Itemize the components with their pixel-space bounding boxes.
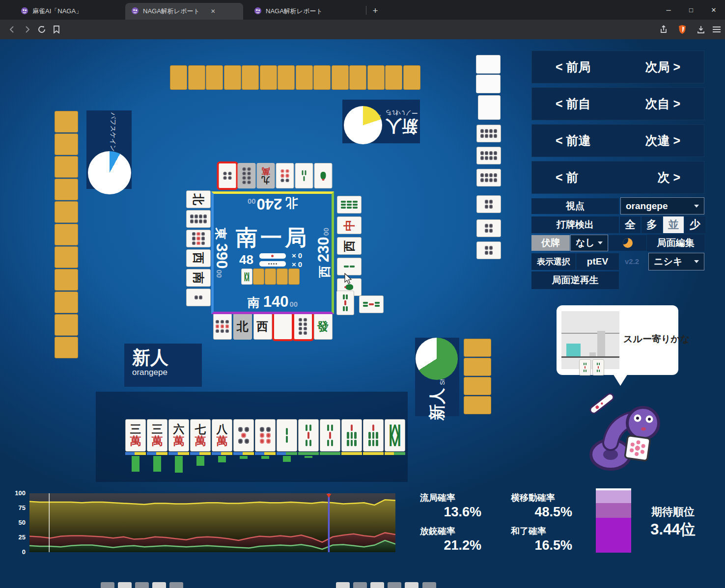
detect-option[interactable]: 少 bbox=[685, 216, 705, 233]
mahjong-tile-m3[interactable]: 三萬 bbox=[147, 419, 167, 452]
mahjong-tile-m8[interactable]: 八萬 bbox=[212, 419, 232, 452]
hidden-tiles-value: なし bbox=[576, 237, 595, 249]
mahjong-tile-m3[interactable]: 三萬 bbox=[125, 419, 146, 452]
mahjong-tile-b bbox=[464, 339, 491, 357]
mahjong-tile-m7[interactable]: 七萬 bbox=[190, 419, 211, 452]
nav-next-button[interactable]: 次違 > bbox=[645, 133, 680, 149]
forward-icon[interactable] bbox=[20, 22, 34, 37]
tile-eval-strip bbox=[277, 452, 297, 455]
maximize-button[interactable]: □ bbox=[680, 0, 702, 20]
bookmark-icon[interactable] bbox=[49, 22, 64, 37]
nav-prev-button[interactable]: < 前局 bbox=[556, 59, 591, 75]
detect-option[interactable]: 全 bbox=[620, 216, 641, 233]
hidden-tiles-select[interactable]: なし bbox=[570, 235, 608, 251]
probability-chart[interactable] bbox=[29, 493, 395, 552]
discard-eval-bar bbox=[305, 456, 312, 458]
mahjong-tile-b bbox=[55, 337, 78, 358]
mahjong-tile-s9 bbox=[337, 196, 362, 214]
mahjong-tile-p4 bbox=[476, 241, 501, 259]
reload-icon[interactable] bbox=[34, 22, 49, 37]
mahjong-tile-b bbox=[332, 65, 349, 90]
mahjong-tile-b bbox=[464, 358, 491, 376]
discard-cell bbox=[476, 167, 502, 188]
mahjong-tile-p8 bbox=[294, 313, 312, 340]
mahjong-tile-p8 bbox=[476, 125, 501, 142]
mini-chart-bar bbox=[566, 344, 581, 356]
nav-next-button[interactable]: 次 > bbox=[657, 169, 680, 186]
model-select[interactable]: ニシキ bbox=[648, 253, 704, 270]
mahjong-tile-s2[interactable] bbox=[277, 419, 297, 452]
tile-eval-strip bbox=[385, 452, 405, 455]
mahjong-tile-b bbox=[55, 292, 78, 313]
clipped-tile bbox=[336, 582, 350, 588]
discard-cell bbox=[212, 313, 232, 340]
back-icon[interactable] bbox=[5, 22, 20, 37]
discard-cell: 西 bbox=[185, 248, 211, 268]
mahjong-tile-b bbox=[288, 268, 300, 285]
bottom-clipped-row bbox=[0, 582, 725, 588]
browser-tab[interactable]: 麻雀AI「NAGA」 bbox=[15, 3, 120, 20]
browser-tab[interactable]: NAGA解析レポート bbox=[248, 3, 366, 20]
new-tab-button[interactable]: + bbox=[369, 5, 381, 17]
clipped-tile bbox=[405, 582, 418, 588]
mahjong-tile-p6[interactable] bbox=[255, 419, 276, 452]
download-icon[interactable] bbox=[694, 22, 708, 37]
mahjong-tile-b bbox=[385, 65, 402, 90]
board-edit-button[interactable]: 局面編集 bbox=[647, 235, 704, 251]
mahjong-tile-hN: 北 bbox=[233, 313, 252, 340]
display-select-button[interactable]: 表示選択 bbox=[531, 253, 576, 270]
mahjong-tile-s7[interactable] bbox=[341, 419, 362, 452]
nav-prev-button[interactable]: < 前違 bbox=[556, 133, 591, 149]
mahjong-tile-p5[interactable] bbox=[233, 419, 254, 452]
mahjong-tile-s5[interactable] bbox=[298, 419, 319, 452]
nav-prev-button[interactable]: < 前 bbox=[556, 169, 579, 186]
tab-label: 麻雀AI「NAGA」 bbox=[32, 7, 82, 16]
minimize-button[interactable]: ─ bbox=[657, 0, 680, 20]
mahjong-tile-b bbox=[260, 65, 277, 90]
clipped-tile bbox=[370, 582, 384, 588]
discard-cell bbox=[218, 162, 237, 189]
mahjong-tile-b bbox=[55, 201, 78, 223]
mahjong-tile-b bbox=[349, 65, 366, 90]
nav-row: < 前違次違 > bbox=[531, 124, 704, 157]
mahjong-tile-s5[interactable] bbox=[320, 419, 340, 452]
discard-cell bbox=[313, 162, 333, 189]
mini-chart-bar bbox=[589, 352, 596, 356]
mahjong-tile-m6[interactable]: 六萬 bbox=[168, 419, 189, 452]
mahjong-tile-s7[interactable] bbox=[363, 419, 384, 452]
dark-mode-cell[interactable] bbox=[609, 235, 646, 251]
mahjong-tile-b bbox=[55, 111, 78, 133]
player-name: ーノいれち゜ bbox=[379, 108, 418, 117]
version-label: v2.2 bbox=[625, 257, 639, 266]
mahjong-tile-b bbox=[464, 396, 491, 414]
ptev-button[interactable]: ptEV bbox=[576, 253, 619, 270]
stat-label: 流局確率 bbox=[420, 492, 455, 504]
tile-eval-strip bbox=[233, 452, 254, 455]
rank-bar-segment bbox=[596, 503, 631, 518]
tile-eval-strip bbox=[125, 452, 146, 455]
browser-tab[interactable]: NAGA解析レポート✕ bbox=[125, 3, 243, 20]
mahjong-tile-w bbox=[476, 55, 501, 74]
hidden-tiles-button[interactable]: 伏牌 bbox=[531, 235, 570, 251]
mahjong-tile-b bbox=[55, 179, 78, 200]
moon-icon[interactable] bbox=[623, 238, 633, 248]
dora-indicator-row: MM bbox=[241, 268, 300, 285]
mahjong-tile-s8[interactable]: MM bbox=[385, 419, 405, 452]
y-axis-tick: 0 bbox=[11, 548, 26, 556]
reverse-play-button[interactable]: 局面逆再生 bbox=[531, 271, 619, 289]
close-button[interactable]: ✕ bbox=[702, 0, 725, 20]
discard-cell: 北 bbox=[232, 313, 252, 340]
nav-next-button[interactable]: 次局 > bbox=[645, 59, 680, 75]
y-axis-tick: 25 bbox=[11, 534, 26, 541]
detect-option[interactable]: 並 bbox=[663, 216, 684, 233]
menu-icon[interactable] bbox=[709, 22, 724, 37]
nav-next-button[interactable]: 次自 > bbox=[645, 96, 680, 112]
brave-shield-icon[interactable] bbox=[675, 22, 690, 37]
share-icon[interactable] bbox=[656, 22, 671, 37]
detect-option[interactable]: 多 bbox=[641, 216, 662, 233]
naga-comment-text: スルー寄りかな bbox=[623, 333, 676, 346]
nav-prev-button[interactable]: < 前自 bbox=[556, 96, 591, 112]
tab-close-icon[interactable]: ✕ bbox=[211, 8, 216, 15]
mahjong-tile-b bbox=[170, 65, 187, 90]
viewpoint-select[interactable]: orangepe bbox=[620, 197, 704, 214]
